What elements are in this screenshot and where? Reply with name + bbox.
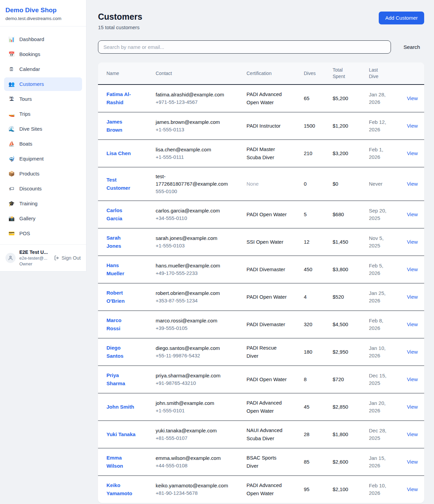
- customer-name-link[interactable]: Test Customer: [106, 176, 136, 192]
- customer-row: Carlos Garcia carlos.garcia@example.com …: [98, 201, 424, 228]
- customer-last-dive: Jan 25, 2026: [369, 290, 394, 304]
- sidebar-item-discounts[interactable]: 🏷 Discounts: [4, 182, 82, 195]
- view-customer-link[interactable]: View: [407, 294, 418, 300]
- customer-name-link[interactable]: Keiko Yamamoto: [106, 481, 136, 498]
- customer-name-link[interactable]: Diego Santos: [106, 344, 136, 360]
- customer-row: Hans Mueller hans.mueller@example.com +4…: [98, 256, 424, 283]
- view-customer-link[interactable]: View: [407, 321, 418, 327]
- view-customer-link[interactable]: View: [407, 150, 418, 156]
- customer-certification: PADI Instructor: [246, 122, 281, 130]
- customer-name-link[interactable]: Carlos Garcia: [106, 206, 136, 223]
- customer-name-link[interactable]: Priya Sharma: [106, 371, 136, 388]
- customer-email: lisa.chen@example.com: [156, 146, 228, 153]
- customer-phone: +353-87-555-1234: [156, 297, 238, 304]
- products-icon: 📦: [8, 170, 15, 177]
- customer-dives: 65: [300, 85, 329, 112]
- view-customer-link[interactable]: View: [407, 486, 418, 492]
- sidebar-item-tours[interactable]: 🏝 Tours: [4, 92, 82, 106]
- view-customer-link[interactable]: View: [407, 239, 418, 245]
- customer-name-link[interactable]: Sarah Jones: [106, 234, 136, 250]
- sidebar-user-footer: E2E Test U... e2e-tester@... Owner Sign …: [0, 244, 86, 271]
- sign-out-button[interactable]: Sign Out: [54, 255, 81, 261]
- column-header-cell: Contact: [152, 62, 242, 85]
- customer-row: Priya Sharma priya.sharma@example.com +9…: [98, 366, 424, 393]
- dashboard-icon: 📊: [8, 36, 15, 43]
- sidebar-item-equipment[interactable]: 🤿 Equipment: [4, 152, 82, 166]
- customer-name-link[interactable]: Marco Rossi: [106, 316, 136, 333]
- customer-phone: +44-555-0108: [156, 462, 238, 469]
- add-customer-button[interactable]: Add Customer: [379, 12, 424, 24]
- sidebar-item-calendar[interactable]: 🗓 Calendar: [4, 62, 82, 76]
- sidebar-item-training[interactable]: 🎓 Training: [4, 197, 82, 210]
- customer-certification: PADI Open Water: [246, 293, 287, 301]
- customer-email: priya.sharma@example.com: [156, 372, 228, 379]
- sidebar-item-products[interactable]: 📦 Products: [4, 167, 82, 181]
- customer-phone: +49-170-555-2233: [156, 269, 238, 277]
- customer-phone: +1-555-0103: [156, 242, 238, 249]
- sidebar-item-pos[interactable]: 💳 POS: [4, 227, 82, 240]
- customer-count: 15 total customers: [98, 24, 142, 31]
- column-header: Total Spent: [333, 67, 348, 80]
- customer-last-dive: Never: [369, 180, 382, 188]
- shop-domain: demo.test.divestreams.com: [5, 16, 81, 22]
- customer-name-link[interactable]: Lisa Chen: [106, 149, 131, 157]
- sidebar-item-gallery[interactable]: 📸 Gallery: [4, 212, 82, 225]
- main-content: Customers 15 total customers Add Custome…: [86, 0, 434, 503]
- sidebar-item-bookings[interactable]: 📅 Bookings: [4, 48, 82, 61]
- view-customer-link[interactable]: View: [407, 431, 418, 437]
- search-button[interactable]: Search: [399, 44, 424, 50]
- customer-email: carlos.garcia@example.com: [156, 207, 228, 214]
- view-customer-link[interactable]: View: [407, 95, 418, 101]
- customer-last-dive: Dec 28, 2025: [369, 427, 394, 442]
- column-header: Name: [106, 70, 119, 77]
- sidebar-item-trips[interactable]: 🚤 Trips: [4, 107, 82, 121]
- view-customer-link[interactable]: View: [407, 459, 418, 465]
- customer-email: keiko.yamamoto@example.com: [156, 482, 228, 489]
- sidebar-item-boats[interactable]: ⛵ Boats: [4, 137, 82, 151]
- customer-name-link[interactable]: Hans Mueller: [106, 261, 136, 278]
- customer-total-spent: $3,800: [329, 256, 365, 283]
- customer-phone: +1-555-0113: [156, 126, 238, 133]
- customer-name-link[interactable]: Emma Wilson: [106, 454, 136, 470]
- customer-total-spent: $1,800: [329, 421, 365, 448]
- customer-name-link[interactable]: Yuki Tanaka: [106, 430, 136, 438]
- view-customer-link[interactable]: View: [407, 123, 418, 129]
- view-customer-link[interactable]: View: [407, 349, 418, 355]
- customer-email: diego.santos@example.com: [156, 344, 228, 352]
- customer-email: james.brown@example.com: [156, 118, 228, 126]
- view-customer-link[interactable]: View: [407, 376, 418, 382]
- customer-row: John Smith john.smith@example.com +1-555…: [98, 393, 424, 421]
- customer-name-link[interactable]: Robert O'Brien: [106, 289, 136, 305]
- customer-name-link[interactable]: Fatima Al-Rashid: [106, 90, 136, 107]
- customer-phone: +81-555-0107: [156, 434, 238, 442]
- view-customer-link[interactable]: View: [407, 404, 418, 410]
- customer-email: fatima.alrashid@example.com: [156, 91, 228, 98]
- view-customer-link[interactable]: View: [407, 211, 418, 217]
- customer-name-link[interactable]: John Smith: [106, 403, 134, 411]
- sidebar-item-customers[interactable]: 👥 Customers: [4, 77, 82, 91]
- sidebar-item-dive-sites[interactable]: 🌊 Dive Sites: [4, 122, 82, 136]
- customer-row: Diego Santos diego.santos@example.com +5…: [98, 338, 424, 366]
- customer-certification: PADI Divemaster: [246, 320, 285, 329]
- view-customer-link[interactable]: View: [407, 181, 418, 187]
- customer-certification: PADI Divemaster: [246, 265, 285, 274]
- customers-table-card: NameContactCertificationDivesTotal Spent…: [98, 62, 424, 503]
- column-header: Contact: [156, 70, 172, 77]
- customer-certification: NAUI Advanced Scuba Diver: [246, 426, 288, 443]
- column-header: Certification: [246, 70, 272, 77]
- customer-name-link[interactable]: James Brown: [106, 118, 136, 134]
- customer-row: Marco Rossi marco.rossi@example.com +39-…: [98, 311, 424, 338]
- search-input[interactable]: [98, 40, 391, 54]
- sign-out-label: Sign Out: [62, 255, 81, 261]
- view-customer-link[interactable]: View: [407, 266, 418, 272]
- sidebar-item-dashboard[interactable]: 📊 Dashboard: [4, 33, 82, 46]
- customer-last-dive: Jan 10, 2026: [369, 344, 394, 359]
- customer-table-body: Fatima Al-Rashid fatima.alrashid@example…: [98, 85, 424, 503]
- customer-row: Lisa Chen lisa.chen@example.com +1-555-0…: [98, 140, 424, 167]
- customer-total-spent: $1,200: [329, 112, 365, 140]
- customer-phone: +1-555-0101: [156, 407, 238, 414]
- customer-row: Yuki Tanaka yuki.tanaka@example.com +81-…: [98, 421, 424, 448]
- customer-dives: 8: [300, 366, 329, 393]
- page-header: Customers 15 total customers Add Custome…: [98, 12, 424, 31]
- customer-last-dive: Feb 12, 2026: [369, 118, 394, 133]
